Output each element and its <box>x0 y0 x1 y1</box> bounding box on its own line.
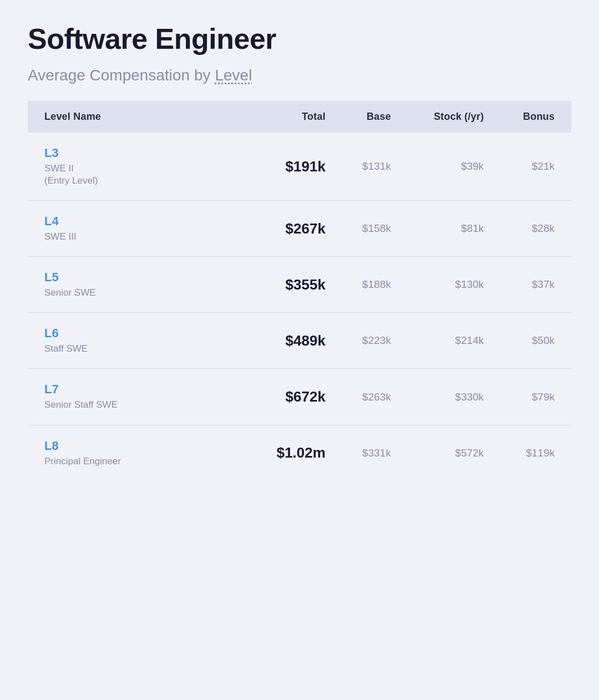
total-value: $355k <box>245 257 337 313</box>
total-value: $672k <box>245 369 337 425</box>
bonus-value: $50k <box>495 313 571 369</box>
stock-value: $81k <box>402 201 495 257</box>
base-value: $223k <box>337 313 402 369</box>
compensation-table: Level Name Total Base Stock (/yr) Bonus … <box>28 101 571 481</box>
base-value: $131k <box>337 133 402 201</box>
table-row: L5Senior SWE$355k$188k$130k$37k <box>28 257 571 313</box>
table-header-row: Level Name Total Base Stock (/yr) Bonus <box>28 101 571 133</box>
level-code[interactable]: L4 <box>44 214 234 229</box>
level-code[interactable]: L3 <box>44 146 234 160</box>
subtitle-level-link[interactable]: Level <box>215 67 252 84</box>
level-title: SWE III <box>44 231 234 243</box>
table-row: L7Senior Staff SWE$672k$263k$330k$79k <box>28 369 571 425</box>
subtitle: Average Compensation by Level <box>28 67 571 84</box>
level-title: Staff SWE <box>44 343 234 355</box>
col-header-stock: Stock (/yr) <box>402 101 495 133</box>
bonus-value: $79k <box>495 369 571 425</box>
level-cell: L4SWE III <box>28 201 245 257</box>
level-cell: L5Senior SWE <box>28 257 245 313</box>
level-title: Senior SWE <box>44 287 234 299</box>
level-code[interactable]: L6 <box>44 326 234 341</box>
col-header-level-name: Level Name <box>28 101 245 133</box>
level-title: SWE II(Entry Level) <box>44 163 234 187</box>
col-header-total: Total <box>245 101 337 133</box>
table-row: L6Staff SWE$489k$223k$214k$50k <box>28 313 571 369</box>
table-row: L8Principal Engineer$1.02m$331k$572k$119… <box>28 425 571 481</box>
level-title: Principal Engineer <box>44 455 234 468</box>
level-code[interactable]: L5 <box>44 270 234 285</box>
page-title: Software Engineer <box>28 22 571 55</box>
base-value: $188k <box>337 257 402 313</box>
stock-value: $214k <box>402 313 495 369</box>
total-value: $489k <box>245 313 337 369</box>
col-header-base: Base <box>337 101 402 133</box>
bonus-value: $21k <box>495 133 571 201</box>
base-value: $263k <box>337 369 402 425</box>
col-header-bonus: Bonus <box>495 101 571 133</box>
level-code[interactable]: L8 <box>44 439 234 453</box>
bonus-value: $37k <box>495 257 571 313</box>
stock-value: $330k <box>402 369 495 425</box>
total-value: $1.02m <box>245 425 337 481</box>
base-value: $331k <box>337 425 402 481</box>
table-row: L4SWE III$267k$158k$81k$28k <box>28 201 571 257</box>
subtitle-text: Average Compensation by <box>28 67 210 84</box>
level-code[interactable]: L7 <box>44 382 234 397</box>
stock-value: $130k <box>402 257 495 313</box>
stock-value: $572k <box>402 425 495 481</box>
level-cell: L3SWE II(Entry Level) <box>28 133 245 201</box>
total-value: $191k <box>245 133 337 201</box>
bonus-value: $119k <box>495 425 571 481</box>
compensation-table-container: Level Name Total Base Stock (/yr) Bonus … <box>28 101 571 481</box>
level-cell: L7Senior Staff SWE <box>28 369 245 425</box>
level-cell: L8Principal Engineer <box>28 425 245 481</box>
table-row: L3SWE II(Entry Level)$191k$131k$39k$21k <box>28 133 571 201</box>
stock-value: $39k <box>402 133 495 201</box>
level-cell: L6Staff SWE <box>28 313 245 369</box>
total-value: $267k <box>245 201 337 257</box>
level-title: Senior Staff SWE <box>44 399 234 411</box>
base-value: $158k <box>337 201 402 257</box>
bonus-value: $28k <box>495 201 571 257</box>
